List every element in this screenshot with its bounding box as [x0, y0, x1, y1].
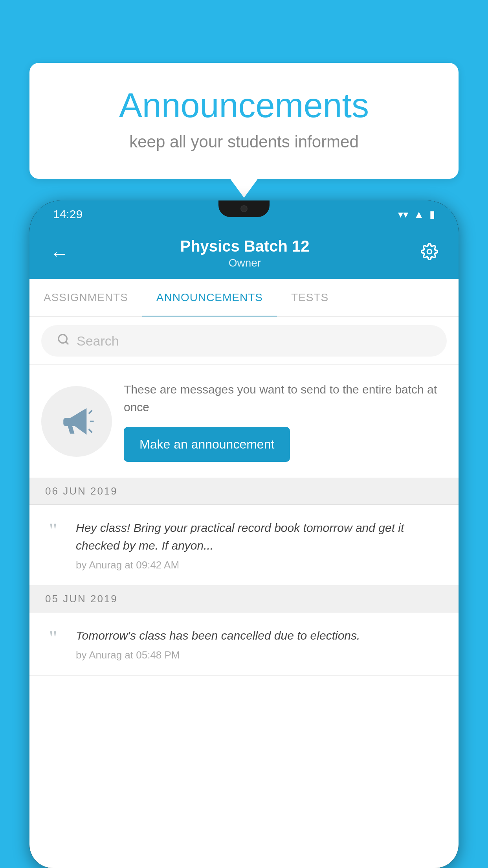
phone-screen: ← Physics Batch 12 Owner ASSIGNMENTS ANN…	[29, 228, 459, 868]
announcement-meta-1: by Anurag at 09:42 AM	[76, 559, 447, 571]
phone-frame: 14:29 ▾▾ ▲ ▮ ← Physics Batch 12 Owner	[29, 200, 459, 868]
wifi-icon: ▾▾	[398, 208, 408, 221]
announcement-content-1: Hey class! Bring your practical record b…	[76, 519, 447, 571]
promo-right: These are messages you want to send to t…	[124, 381, 447, 462]
speech-bubble: Announcements keep all your students inf…	[29, 63, 459, 179]
tabs-bar: ASSIGNMENTS ANNOUNCEMENTS TESTS	[29, 279, 459, 317]
app-header: ← Physics Batch 12 Owner	[29, 228, 459, 279]
status-time: 14:29	[53, 208, 83, 221]
date-separator-1: 06 JUN 2019	[29, 478, 459, 505]
bubble-subtitle: keep all your students informed	[61, 132, 427, 151]
promo-section: These are messages you want to send to t…	[29, 365, 459, 478]
announcement-item-2[interactable]: " Tomorrow's class has been cancelled du…	[29, 612, 459, 676]
settings-button[interactable]	[418, 240, 441, 267]
header-center: Physics Batch 12 Owner	[180, 237, 309, 269]
phone-content: Search These are	[29, 317, 459, 868]
header-subtitle: Owner	[180, 257, 309, 269]
announcement-item-1[interactable]: " Hey class! Bring your practical record…	[29, 505, 459, 586]
quote-icon-1: "	[41, 520, 65, 541]
battery-icon: ▮	[429, 208, 435, 221]
search-container: Search	[29, 317, 459, 365]
phone-inner: 14:29 ▾▾ ▲ ▮ ← Physics Batch 12 Owner	[29, 200, 459, 868]
status-icons: ▾▾ ▲ ▮	[398, 208, 435, 221]
search-placeholder: Search	[77, 333, 119, 349]
speech-bubble-container: Announcements keep all your students inf…	[29, 63, 459, 179]
tab-announcements[interactable]: ANNOUNCEMENTS	[142, 279, 277, 316]
tab-tests[interactable]: TESTS	[277, 279, 343, 316]
make-announcement-button[interactable]: Make an announcement	[124, 427, 290, 462]
svg-line-2	[66, 342, 68, 344]
back-button[interactable]: ←	[47, 239, 72, 267]
search-icon	[57, 333, 70, 349]
svg-line-3	[89, 410, 92, 413]
announcement-meta-2: by Anurag at 05:48 PM	[76, 649, 447, 661]
camera-dot	[240, 205, 248, 212]
promo-description: These are messages you want to send to t…	[124, 381, 447, 416]
svg-line-5	[89, 429, 92, 432]
date-separator-2: 05 JUN 2019	[29, 586, 459, 612]
status-bar: 14:29 ▾▾ ▲ ▮	[29, 200, 459, 228]
promo-icon-circle	[41, 386, 112, 457]
quote-icon-2: "	[41, 628, 65, 649]
notch	[218, 200, 270, 217]
search-bar[interactable]: Search	[41, 325, 447, 357]
tab-assignments[interactable]: ASSIGNMENTS	[29, 279, 142, 316]
svg-point-0	[427, 249, 432, 254]
announcement-text-1: Hey class! Bring your practical record b…	[76, 519, 447, 554]
bubble-title: Announcements	[61, 86, 427, 125]
header-title: Physics Batch 12	[180, 237, 309, 255]
announcement-content-2: Tomorrow's class has been cancelled due …	[76, 627, 447, 661]
signal-icon: ▲	[414, 208, 424, 221]
announcement-text-2: Tomorrow's class has been cancelled due …	[76, 627, 447, 644]
